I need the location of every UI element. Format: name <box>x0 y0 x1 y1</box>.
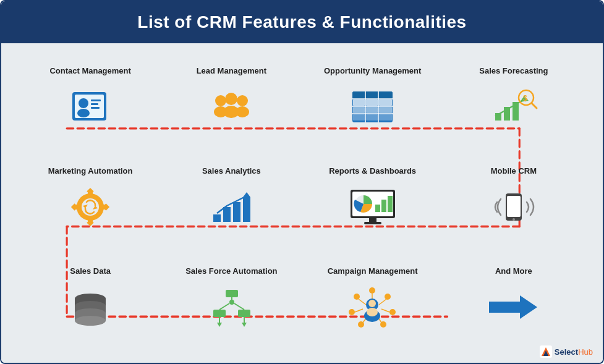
sales-force-automation-icon <box>206 286 256 329</box>
contact-management-icon <box>66 85 115 129</box>
svg-text:$: $ <box>523 94 527 103</box>
sales-analytics-icon <box>206 185 256 229</box>
feature-label: And More <box>495 261 532 281</box>
brand-footer: SelectHub <box>540 345 593 358</box>
feature-label: Lead Management <box>197 61 266 80</box>
svg-line-77 <box>219 303 229 310</box>
main-container: List of CRM Features & Functionalities .… <box>0 0 604 364</box>
feature-sales-analytics: Sales Analytics <box>161 156 302 256</box>
feature-label: Opportunity Management <box>324 61 421 80</box>
svg-rect-65 <box>507 196 521 217</box>
feature-label: Campaign Management <box>328 261 418 281</box>
svg-point-11 <box>225 93 237 105</box>
svg-point-66 <box>513 218 515 221</box>
svg-rect-51 <box>223 207 231 222</box>
feature-sales-force-automation: Sales Force Automation <box>161 256 302 357</box>
svg-rect-74 <box>226 290 238 297</box>
svg-rect-28 <box>379 114 392 121</box>
feature-label: Marketing Automation <box>48 161 133 180</box>
svg-rect-80 <box>238 310 250 317</box>
feature-sales-data: Sales Data <box>20 256 161 357</box>
feature-label: Sales Forecasting <box>479 61 548 80</box>
svg-rect-21 <box>366 99 378 106</box>
svg-rect-5 <box>91 103 98 105</box>
svg-rect-78 <box>213 310 226 317</box>
svg-rect-63 <box>364 222 381 224</box>
svg-marker-84 <box>242 323 247 327</box>
brand-name-light: Hub <box>578 347 593 357</box>
svg-rect-14 <box>352 91 393 99</box>
svg-point-76 <box>229 300 234 305</box>
svg-point-7 <box>215 95 226 106</box>
svg-rect-4 <box>91 99 101 101</box>
svg-rect-62 <box>369 218 376 222</box>
feature-marketing-automation: Marketing Automation <box>20 156 161 256</box>
svg-rect-24 <box>366 107 378 113</box>
feature-label: Sales Analytics <box>202 161 261 180</box>
svg-marker-103 <box>489 295 537 319</box>
svg-point-102 <box>367 308 378 316</box>
feature-label: Reports & Dashboards <box>329 161 416 180</box>
svg-line-93 <box>379 299 386 305</box>
feature-reports-dashboards: Reports & Dashboards <box>302 156 443 256</box>
feature-contact-management: Contact Management <box>20 56 161 156</box>
page-title: List of CRM Features & Functionalities <box>14 12 590 32</box>
svg-point-90 <box>349 309 355 315</box>
sales-data-icon <box>66 286 115 329</box>
svg-rect-20 <box>353 99 365 106</box>
svg-point-87 <box>389 309 396 315</box>
svg-point-2 <box>79 98 88 108</box>
svg-rect-6 <box>91 107 100 109</box>
svg-line-98 <box>359 299 366 305</box>
lead-management-icon <box>206 85 256 129</box>
feature-sales-forecasting: Sales Forecasting $ <box>443 56 584 156</box>
svg-marker-55 <box>243 192 250 197</box>
brand-logo-icon <box>540 345 552 358</box>
svg-line-94 <box>381 309 389 312</box>
svg-rect-52 <box>233 202 240 222</box>
svg-point-12 <box>223 106 239 118</box>
svg-rect-50 <box>213 214 221 222</box>
svg-point-9 <box>237 95 248 106</box>
feature-label: Mobile CRM <box>491 161 537 180</box>
svg-line-79 <box>234 303 244 310</box>
brand-name-bold: Select <box>555 347 578 357</box>
reports-dashboards-icon <box>348 185 398 229</box>
feature-label: Contact Management <box>49 61 130 80</box>
svg-point-3 <box>77 109 90 117</box>
svg-point-101 <box>368 300 376 307</box>
content-area: .red-dash { stroke: #e8392a; stroke-widt… <box>1 43 603 363</box>
svg-rect-59 <box>375 205 380 212</box>
svg-line-36 <box>532 103 537 108</box>
marketing-automation-icon <box>66 185 115 229</box>
sales-forecasting-icon: $ <box>489 85 538 129</box>
feature-opportunity-management: Opportunity Management <box>302 56 443 156</box>
svg-marker-82 <box>217 323 222 327</box>
svg-rect-60 <box>381 200 386 212</box>
brand-name: SelectHub <box>555 347 593 357</box>
svg-rect-23 <box>353 107 365 113</box>
svg-rect-22 <box>379 99 392 106</box>
svg-line-97 <box>355 309 363 312</box>
and-more-icon <box>489 286 538 329</box>
feature-and-more: And More <box>443 256 584 357</box>
mobile-crm-icon <box>489 185 538 229</box>
header: List of CRM Features & Functionalities <box>1 1 603 43</box>
svg-rect-26 <box>353 114 365 121</box>
feature-lead-management: Lead Management <box>161 56 302 156</box>
svg-rect-27 <box>366 114 378 121</box>
svg-rect-25 <box>379 107 392 113</box>
svg-rect-53 <box>243 197 250 222</box>
feature-mobile-crm: Mobile CRM <box>443 156 584 256</box>
feature-label: Sales Data <box>70 261 111 281</box>
features-grid: Contact Management <box>20 56 584 357</box>
svg-point-73 <box>75 316 106 326</box>
svg-point-85 <box>369 287 375 294</box>
svg-point-86 <box>385 294 391 300</box>
campaign-management-icon <box>348 286 398 329</box>
feature-campaign-management: Campaign Management <box>302 256 443 357</box>
feature-label: Sales Force Automation <box>185 261 277 281</box>
svg-rect-61 <box>388 196 393 212</box>
opportunity-management-icon <box>348 85 398 129</box>
